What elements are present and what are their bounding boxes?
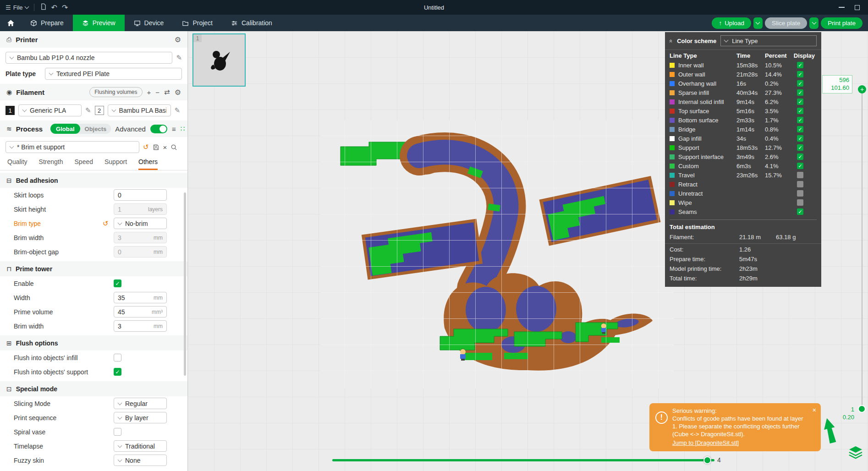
input-field[interactable]: 3mm xyxy=(114,320,167,332)
input-field[interactable]: 0mm xyxy=(114,246,167,257)
display-checkbox[interactable]: ✓ xyxy=(797,163,803,169)
search-icon[interactable] xyxy=(170,144,177,151)
undo-icon[interactable]: ↶ xyxy=(51,3,57,12)
display-checkbox[interactable]: ✓ xyxy=(797,80,803,87)
advanced-toggle[interactable] xyxy=(150,125,167,133)
select[interactable]: Regular xyxy=(114,398,167,409)
filament-slot-2[interactable]: 2 xyxy=(95,106,104,115)
display-checkbox[interactable]: ✓ xyxy=(797,153,803,160)
display-checkbox[interactable]: ✓ xyxy=(797,117,803,123)
tab-quality[interactable]: Quality xyxy=(7,155,27,170)
display-checkbox[interactable] xyxy=(797,181,803,187)
objects-toggle[interactable]: Objects xyxy=(80,126,111,132)
display-checkbox[interactable]: ✓ xyxy=(797,135,803,142)
checkbox[interactable] xyxy=(114,354,121,361)
checkbox[interactable] xyxy=(114,428,121,436)
divider xyxy=(34,4,34,11)
global-toggle[interactable]: Global xyxy=(50,124,80,134)
display-checkbox[interactable]: ✓ xyxy=(797,126,803,132)
display-checkbox[interactable]: ✓ xyxy=(797,99,803,105)
display-checkbox[interactable]: ✓ xyxy=(797,89,803,96)
tab-prepare[interactable]: Prepare xyxy=(21,15,73,31)
tab-strength[interactable]: Strength xyxy=(39,155,63,170)
collapse-panel-icon[interactable]: « xyxy=(668,39,675,42)
chevron-down-icon xyxy=(49,71,54,76)
edit-printer-icon[interactable]: ✎ xyxy=(176,54,182,62)
display-checkbox[interactable] xyxy=(797,190,803,197)
sync-filament-icon[interactable]: ⇄ xyxy=(164,88,170,96)
input-field[interactable]: 1layers xyxy=(114,203,167,215)
input-field[interactable]: 0 xyxy=(114,189,167,201)
slice-plate-button[interactable]: Slice plate xyxy=(765,17,807,29)
select[interactable]: By layer xyxy=(114,412,167,423)
percent-value: 15.7% xyxy=(765,172,791,179)
left-sidebar: ⎙ Printer ⚙ Bambu Lab P1P 0.4 nozzle ✎ P… xyxy=(0,31,188,471)
layers-view-icon[interactable] xyxy=(848,445,863,460)
printer-select[interactable]: Bambu Lab P1P 0.4 nozzle xyxy=(5,52,172,64)
revert-icon[interactable]: ↺ xyxy=(103,219,109,228)
plate-thumbnail[interactable]: 1 xyxy=(192,33,246,87)
tab-project[interactable]: Project xyxy=(173,15,222,31)
upload-dropdown-button[interactable] xyxy=(753,17,763,29)
filament-settings-gear-icon[interactable]: ⚙ xyxy=(175,88,181,97)
reset-preset-icon[interactable]: ↺ xyxy=(143,143,149,151)
display-checkbox[interactable]: ✓ xyxy=(797,62,803,68)
warning-jump-link[interactable]: Jump to [DragoniteSit.stl] xyxy=(672,439,739,447)
delete-preset-icon[interactable]: × xyxy=(163,143,167,151)
flushing-volumes-button[interactable]: Flushing volumes xyxy=(89,87,142,97)
plate-type-select[interactable]: Textured PEI Plate xyxy=(45,68,182,80)
jump-arrow-icon[interactable] xyxy=(823,417,837,444)
input-field[interactable]: 35mm xyxy=(114,292,167,303)
slice-dropdown-button[interactable] xyxy=(809,17,819,29)
display-checkbox[interactable] xyxy=(797,172,803,178)
add-filament-icon[interactable]: + xyxy=(147,88,151,96)
tab-others[interactable]: Others xyxy=(138,155,158,170)
time-value: 34s xyxy=(736,135,765,142)
edit-filament-2-icon[interactable]: ✎ xyxy=(175,106,181,115)
redo-icon[interactable]: ↷ xyxy=(62,3,68,12)
tab-device[interactable]: Device xyxy=(125,15,173,31)
filament-2-select[interactable]: Bambu PLA Basic xyxy=(108,104,171,116)
upload-button[interactable]: ↑ Upload xyxy=(712,17,751,29)
filament-1-select[interactable]: Generic PLA xyxy=(18,104,82,116)
color-scheme-select[interactable]: Line Type xyxy=(720,35,817,46)
maximize-button[interactable] xyxy=(855,5,860,10)
compare-presets-icon[interactable]: ∷ xyxy=(181,125,185,133)
printer-settings-gear-icon[interactable]: ⚙ xyxy=(175,35,181,44)
select[interactable]: No-brim xyxy=(114,218,167,229)
display-checkbox[interactable]: ✓ xyxy=(797,208,803,215)
checkbox[interactable]: ✓ xyxy=(114,368,121,376)
move-slider-track[interactable] xyxy=(332,459,714,461)
layer-slider-track[interactable] xyxy=(862,90,863,409)
tab-calibration[interactable]: Calibration xyxy=(222,15,281,31)
home-button[interactable] xyxy=(0,15,21,31)
viewport-3d[interactable]: 1 « Color scheme Line Type xyxy=(188,31,868,471)
filament-slot-1[interactable]: 1 xyxy=(5,106,15,115)
sidebar-scrollbar[interactable] xyxy=(184,192,186,376)
display-checkbox[interactable]: ✓ xyxy=(797,144,803,151)
select[interactable]: Traditional xyxy=(114,440,167,452)
input-field[interactable]: 3mm xyxy=(114,232,167,243)
close-icon[interactable]: × xyxy=(813,406,816,414)
edit-filament-1-icon[interactable]: ✎ xyxy=(85,106,91,115)
remove-filament-icon[interactable]: − xyxy=(155,88,159,96)
print-plate-button[interactable]: Print plate xyxy=(821,17,863,29)
tab-support[interactable]: Support xyxy=(104,155,127,170)
minimize-button[interactable] xyxy=(839,7,845,8)
process-preset-select[interactable]: * Brim et support xyxy=(5,141,139,153)
checkbox[interactable]: ✓ xyxy=(114,279,121,287)
select[interactable]: None xyxy=(114,455,167,466)
tab-preview[interactable]: Preview xyxy=(73,15,125,31)
tab-speed[interactable]: Speed xyxy=(75,155,93,170)
layer-slider-bottom-handle[interactable] xyxy=(858,405,866,413)
move-slider-handle[interactable] xyxy=(703,456,711,464)
display-checkbox[interactable] xyxy=(797,199,803,206)
layer-slider-add-button[interactable]: + xyxy=(858,85,866,93)
save-project-icon[interactable] xyxy=(40,3,47,12)
display-checkbox[interactable]: ✓ xyxy=(797,108,803,114)
input-field[interactable]: 45mm³ xyxy=(114,306,167,318)
save-preset-icon[interactable] xyxy=(153,144,159,151)
file-menu[interactable]: ☰ File xyxy=(5,4,28,11)
display-checkbox[interactable]: ✓ xyxy=(797,71,803,77)
list-view-icon[interactable]: ≡ xyxy=(172,125,176,133)
